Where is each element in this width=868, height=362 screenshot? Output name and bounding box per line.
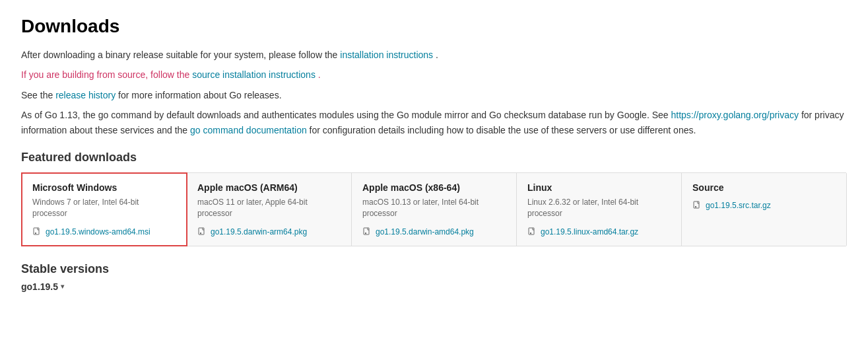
svg-rect-9 — [695, 206, 696, 207]
card-filename-macos-x86: go1.19.5.darwin-amd64.pkg — [376, 227, 474, 236]
intro-line-4: As of Go 1.13, the go command by default… — [21, 108, 847, 137]
download-cards: Microsoft Windows Windows 7 or later, In… — [21, 172, 847, 246]
card-subtitle-windows: Windows 7 or later, Intel 64-bit process… — [32, 197, 176, 219]
featured-downloads-title: Featured downloads — [21, 151, 847, 164]
chevron-icon: ▾ — [61, 283, 64, 290]
intro-line-2: If you are building from source, follow … — [21, 67, 847, 82]
card-title-windows: Microsoft Windows — [32, 182, 176, 193]
intro-line-1: After downloading a binary release suita… — [21, 48, 847, 62]
card-title-linux: Linux — [527, 182, 671, 193]
installation-instructions-link[interactable]: installation instructions — [340, 50, 433, 60]
svg-rect-5 — [365, 233, 366, 234]
card-filename-linux: go1.19.5.linux-amd64.tar.gz — [541, 227, 638, 236]
svg-rect-1 — [35, 233, 36, 234]
intro-section: After downloading a binary release suita… — [21, 48, 847, 137]
release-history-link[interactable]: release history — [55, 90, 116, 100]
card-title-macos-x86: Apple macOS (x86-64) — [362, 182, 506, 193]
source-installation-link[interactable]: source installation instructions — [192, 69, 316, 80]
card-subtitle-macos-arm64: macOS 11 or later, Apple 64-bit processo… — [197, 197, 341, 219]
intro-line-3: See the release history for more informa… — [21, 88, 847, 102]
card-download-link-macos-arm64[interactable]: go1.19.5.darwin-arm64.pkg — [197, 227, 341, 236]
version-label[interactable]: go1.19.5 ▾ — [21, 281, 847, 292]
go-command-docs-link[interactable]: go command documentation — [190, 125, 307, 135]
file-icon-source — [692, 201, 702, 210]
stable-versions-title: Stable versions — [21, 262, 847, 276]
svg-rect-3 — [200, 233, 201, 234]
card-filename-windows: go1.19.5.windows-amd64.msi — [46, 227, 150, 236]
download-card-windows: Microsoft Windows Windows 7 or later, In… — [22, 173, 187, 246]
card-download-link-source[interactable]: go1.19.5.src.tar.gz — [692, 201, 836, 210]
proxy-privacy-link[interactable]: https://proxy.golang.org/privacy — [671, 110, 799, 120]
card-title-macos-arm64: Apple macOS (ARM64) — [197, 182, 341, 193]
card-subtitle-macos-x86: macOS 10.13 or later, Intel 64-bit proce… — [362, 197, 506, 219]
card-download-link-windows[interactable]: go1.19.5.windows-amd64.msi — [32, 227, 176, 236]
card-subtitle-linux: Linux 2.6.32 or later, Intel 64-bit proc… — [527, 197, 671, 219]
file-icon-macos-arm64 — [197, 227, 207, 236]
file-icon-windows — [32, 227, 42, 236]
card-filename-source: go1.19.5.src.tar.gz — [706, 201, 771, 210]
card-filename-macos-arm64: go1.19.5.darwin-arm64.pkg — [211, 227, 307, 236]
version-number: go1.19.5 — [21, 281, 58, 292]
download-card-macos-x86: Apple macOS (x86-64) macOS 10.13 or late… — [352, 173, 517, 246]
svg-rect-7 — [530, 233, 531, 234]
card-title-source: Source — [692, 182, 836, 193]
card-download-link-macos-x86[interactable]: go1.19.5.darwin-amd64.pkg — [362, 227, 506, 236]
download-card-macos-arm64: Apple macOS (ARM64) macOS 11 or later, A… — [187, 173, 352, 246]
page-title: Downloads — [21, 16, 847, 37]
file-icon-linux — [527, 227, 537, 236]
card-download-link-linux[interactable]: go1.19.5.linux-amd64.tar.gz — [527, 227, 671, 236]
download-card-linux: Linux Linux 2.6.32 or later, Intel 64-bi… — [517, 173, 682, 246]
file-icon-macos-x86 — [362, 227, 372, 236]
download-card-source: Source go1.19.5.src.tar.gz — [682, 173, 846, 246]
